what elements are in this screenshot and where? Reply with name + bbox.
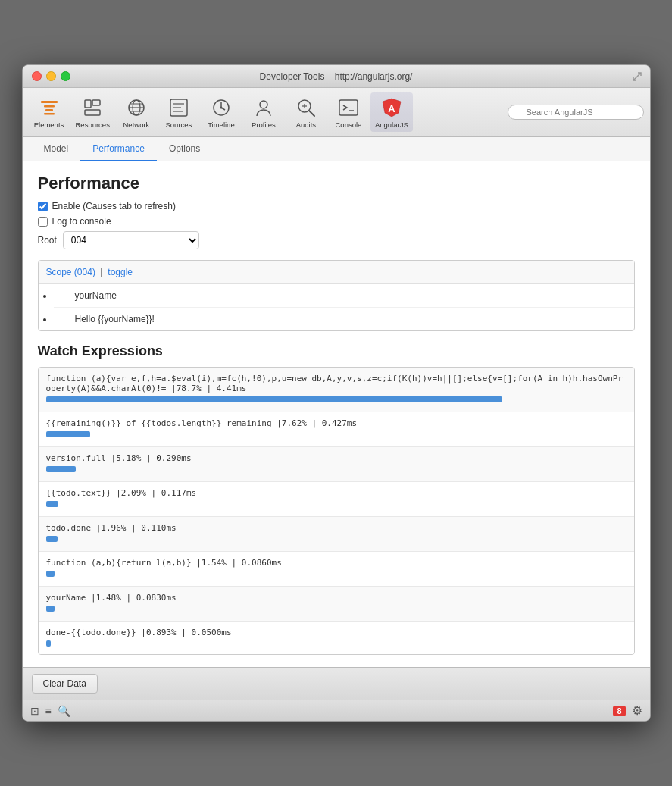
elements-label: Elements bbox=[34, 121, 64, 129]
tab-performance[interactable]: Performance bbox=[80, 137, 157, 161]
audits-label: Audits bbox=[296, 121, 316, 129]
svg-point-19 bbox=[220, 107, 222, 109]
clear-data-button[interactable]: Clear Data bbox=[32, 674, 98, 694]
watch-bar bbox=[46, 431, 90, 437]
scope-header: Scope (004) | toggle bbox=[39, 261, 634, 284]
watch-bar bbox=[46, 536, 58, 542]
watch-bar-container bbox=[46, 431, 627, 439]
toolbar-profiles-button[interactable]: Profiles bbox=[243, 92, 284, 132]
minimize-button[interactable] bbox=[46, 71, 56, 81]
toolbar-audits-button[interactable]: Audits bbox=[286, 92, 327, 132]
search-bar: 🔍 bbox=[508, 105, 644, 120]
console-icon bbox=[336, 96, 361, 120]
log-checkbox[interactable] bbox=[38, 217, 48, 227]
watch-bar bbox=[46, 606, 55, 612]
resources-label: Resources bbox=[76, 121, 110, 129]
root-label: Root bbox=[38, 235, 57, 246]
network-icon bbox=[124, 96, 148, 120]
watch-bar bbox=[46, 466, 77, 472]
watch-bar-container bbox=[46, 466, 627, 474]
watch-title: Watch Expressions bbox=[38, 343, 635, 359]
watch-item: yourName |1.48% | 0.0830ms bbox=[39, 587, 634, 622]
toolbar-resources-button[interactable]: Resources bbox=[71, 92, 114, 132]
search-status-icon[interactable]: 🔍 bbox=[58, 705, 70, 717]
maximize-button[interactable] bbox=[61, 71, 70, 81]
profiles-icon bbox=[252, 96, 276, 120]
traffic-lights bbox=[32, 71, 70, 81]
watch-expression: {{remaining()}} of {{todos.length}} rema… bbox=[46, 418, 627, 428]
settings-icon[interactable]: ⚙ bbox=[632, 703, 642, 718]
error-badge[interactable]: 8 bbox=[613, 706, 625, 716]
angularjs-icon: A bbox=[380, 96, 404, 120]
inspect-icon[interactable]: ⊡ bbox=[30, 705, 39, 717]
audits-icon bbox=[294, 96, 318, 120]
title-bar: Developer Tools – http://angularjs.org/ bbox=[23, 65, 650, 88]
watch-item: function (a){var e,f,h=a.$eval(i),m=fc(h… bbox=[39, 368, 634, 412]
watch-expression: done-{{todo.done}} |0.893% | 0.0500ms bbox=[46, 628, 627, 637]
watch-bar-container bbox=[46, 571, 627, 578]
watch-container[interactable]: function (a){var e,f,h=a.$eval(i),m=fc(h… bbox=[38, 367, 635, 655]
search-input[interactable] bbox=[508, 105, 644, 120]
watch-item: {{todo.text}} |2.09% | 0.117ms bbox=[39, 482, 634, 517]
devtools-window: Developer Tools – http://angularjs.org/ … bbox=[22, 64, 651, 722]
watch-bar bbox=[46, 396, 503, 402]
svg-rect-1 bbox=[44, 105, 55, 108]
enable-row: Enable (Causes tab to refresh) bbox=[38, 201, 635, 211]
angularjs-label: AngularJS bbox=[375, 121, 408, 129]
toolbar-timeline-button[interactable]: Timeline bbox=[201, 92, 242, 132]
performance-title: Performance bbox=[38, 174, 635, 193]
toolbar-console-button[interactable]: Console bbox=[328, 92, 369, 132]
watch-bar-container bbox=[46, 606, 627, 613]
search-wrapper: 🔍 bbox=[508, 105, 644, 120]
status-bar: ⊡ ≡ 🔍 8 ⚙ bbox=[23, 700, 650, 721]
timeline-icon bbox=[209, 96, 233, 120]
watch-expression: todo.done |1.96% | 0.110ms bbox=[46, 523, 627, 533]
tab-model[interactable]: Model bbox=[32, 137, 81, 161]
sources-icon bbox=[167, 96, 191, 120]
root-select[interactable]: 004 bbox=[63, 231, 199, 249]
profiles-label: Profiles bbox=[252, 121, 276, 129]
log-row: Log to console bbox=[38, 216, 635, 227]
timeline-label: Timeline bbox=[208, 121, 235, 129]
enable-checkbox[interactable] bbox=[38, 202, 48, 211]
step-icon[interactable]: ≡ bbox=[45, 705, 52, 717]
watch-bar bbox=[46, 571, 55, 577]
watch-expression: version.full |5.18% | 0.290ms bbox=[46, 453, 627, 463]
scope-list: yourName Hello {{yourName}}! bbox=[39, 284, 634, 330]
svg-point-20 bbox=[260, 101, 267, 108]
root-row: Root 004 bbox=[38, 231, 635, 249]
svg-rect-4 bbox=[85, 100, 91, 108]
console-label: Console bbox=[335, 121, 361, 129]
svg-rect-25 bbox=[339, 100, 358, 115]
elements-icon bbox=[37, 96, 61, 120]
watch-item: done-{{todo.done}} |0.893% | 0.0500ms bbox=[39, 622, 634, 655]
tab-bar: Model Performance Options bbox=[23, 137, 650, 161]
window-title: Developer Tools – http://angularjs.org/ bbox=[260, 71, 413, 82]
watch-item: version.full |5.18% | 0.290ms bbox=[39, 447, 634, 482]
scope-item: yourName bbox=[54, 284, 634, 308]
resize-icon bbox=[632, 71, 642, 82]
watch-expression: function (a){var e,f,h=a.$eval(i),m=fc(h… bbox=[46, 374, 627, 393]
bottom-bar: Clear Data bbox=[23, 667, 650, 700]
resources-icon bbox=[80, 96, 105, 120]
toolbar-sources-button[interactable]: Sources bbox=[158, 92, 199, 132]
svg-line-22 bbox=[309, 111, 314, 116]
scope-link[interactable]: Scope (004) bbox=[46, 267, 95, 277]
sources-label: Sources bbox=[165, 121, 192, 129]
svg-rect-0 bbox=[41, 101, 58, 103]
svg-rect-2 bbox=[45, 109, 53, 111]
svg-rect-3 bbox=[44, 113, 55, 115]
watch-bar-container bbox=[46, 396, 627, 404]
watch-bar bbox=[46, 640, 52, 647]
toolbar-angularjs-button[interactable]: A AngularJS bbox=[370, 92, 413, 132]
content-area: Performance Enable (Causes tab to refres… bbox=[23, 161, 650, 667]
close-button[interactable] bbox=[32, 71, 42, 81]
watch-expression: yourName |1.48% | 0.0830ms bbox=[46, 593, 627, 603]
watch-expression: {{todo.text}} |2.09% | 0.117ms bbox=[46, 488, 627, 498]
tab-options[interactable]: Options bbox=[157, 137, 212, 161]
watch-bar-container bbox=[46, 536, 627, 543]
toolbar-elements-button[interactable]: Elements bbox=[29, 92, 70, 132]
scope-toggle[interactable]: toggle bbox=[108, 267, 133, 277]
scope-item: Hello {{yourName}}! bbox=[54, 308, 634, 330]
toolbar-network-button[interactable]: Network bbox=[116, 92, 157, 132]
